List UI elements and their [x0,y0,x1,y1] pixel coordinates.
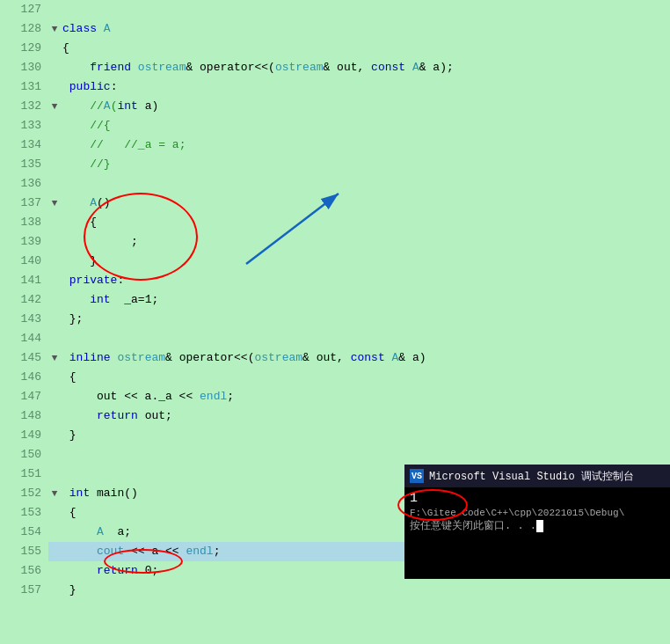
code-line: 128▼class A [0,19,670,39]
code-line: 136 [0,174,670,194]
code-line: 135 //} [0,155,670,174]
code-content: int _a=1; [61,290,670,310]
fold-icon[interactable] [48,58,61,77]
fold-icon[interactable] [48,581,61,600]
code-content: //{ [61,116,670,135]
fold-icon[interactable]: ▼ [48,348,61,368]
code-editor: 127128▼class A129{130 friend ostream& op… [0,0,670,644]
vs-icon: VS [410,469,424,483]
code-content: return out; [61,406,670,426]
code-line: 129{ [0,39,670,58]
code-content [61,174,670,194]
code-content: class A [61,19,670,39]
fold-icon[interactable] [48,406,61,426]
fold-icon[interactable]: ▼ [48,484,61,503]
fold-icon[interactable] [48,39,61,58]
fold-icon[interactable] [48,387,61,406]
fold-icon[interactable] [48,561,61,581]
code-line: 157 } [0,581,670,600]
line-number: 130 [0,58,48,77]
code-content: { [61,39,670,58]
code-content: private: [61,271,670,290]
code-content: }; [61,310,670,329]
line-number: 133 [0,116,48,135]
line-number: 136 [0,174,48,194]
fold-icon[interactable] [48,445,61,465]
fold-icon[interactable] [48,213,61,232]
line-number: 141 [0,271,48,290]
fold-icon[interactable] [48,252,61,271]
code-line: 148 return out; [0,406,670,426]
code-content: } [61,426,670,445]
code-line: 140 } [0,252,670,271]
console-window[interactable]: VS Microsoft Visual Studio 调试控制台 1 F:\Gi… [404,465,670,579]
code-line: 133 //{ [0,116,670,135]
fold-icon[interactable]: ▼ [48,19,61,39]
line-number: 135 [0,155,48,174]
line-number: 131 [0,77,48,97]
fold-icon[interactable] [48,0,61,19]
fold-icon[interactable]: ▼ [48,194,61,213]
code-content: { [61,368,670,387]
code-line: 149 } [0,426,670,445]
line-number: 147 [0,387,48,406]
fold-icon[interactable] [48,174,61,194]
code-line: 141 private: [0,271,670,290]
fold-icon[interactable] [48,465,61,484]
code-line: 134 // //_a = a; [0,135,670,155]
code-line: 144 [0,329,670,348]
code-content: inline ostream& operator<<(ostream& out,… [61,348,670,368]
fold-icon[interactable] [48,77,61,97]
code-line: 132▼ //A(int a) [0,97,670,116]
fold-icon[interactable] [48,426,61,445]
fold-icon[interactable] [48,503,61,523]
code-line: 130 friend ostream& operator<<(ostream& … [0,58,670,77]
code-line: 145▼ inline ostream& operator<<(ostream&… [0,348,670,368]
line-number: 129 [0,39,48,58]
console-body: 1 F:\Gitee Code\C++\cpp\20221015\Debug\ … [404,487,670,537]
fold-icon[interactable] [48,116,61,135]
code-content: out << a._a << endl; [61,387,670,406]
line-number: 134 [0,135,48,155]
code-line: 127 [0,0,670,19]
fold-icon[interactable] [48,155,61,174]
code-content [61,445,670,465]
code-line: 138 { [0,213,670,232]
line-number: 145 [0,348,48,368]
fold-icon[interactable] [48,368,61,387]
fold-icon[interactable]: ▼ [48,97,61,116]
code-line: 142 int _a=1; [0,290,670,310]
line-number: 156 [0,561,48,581]
line-number: 157 [0,581,48,600]
line-number: 151 [0,465,48,484]
code-content: friend ostream& operator<<(ostream& out,… [61,58,670,77]
line-number: 146 [0,368,48,387]
line-number: 132 [0,97,48,116]
fold-icon[interactable] [48,523,61,542]
console-prompt: 按任意键关闭此窗口. . . [410,518,665,533]
code-content: } [61,252,670,271]
line-number: 142 [0,290,48,310]
code-content: { [61,213,670,232]
fold-icon[interactable] [48,329,61,348]
line-number: 128 [0,19,48,39]
line-number: 143 [0,310,48,329]
line-number: 149 [0,426,48,445]
console-title-text: Microsoft Visual Studio 调试控制台 [429,469,634,484]
fold-icon[interactable] [48,232,61,252]
console-output-num: 1 [410,491,665,506]
fold-icon[interactable] [48,135,61,155]
code-line: 131 public: [0,77,670,97]
fold-icon[interactable] [48,290,61,310]
fold-icon[interactable] [48,310,61,329]
code-line: 137▼ A() [0,194,670,213]
code-line: 147 out << a._a << endl; [0,387,670,406]
line-number: 152 [0,484,48,503]
line-number: 127 [0,0,48,19]
code-content [61,0,670,19]
fold-icon[interactable] [48,542,61,561]
code-content: //} [61,155,670,174]
code-content [61,329,670,348]
fold-icon[interactable] [48,271,61,290]
console-path: F:\Gitee Code\C++\cpp\20221015\Debug\ [410,508,665,518]
